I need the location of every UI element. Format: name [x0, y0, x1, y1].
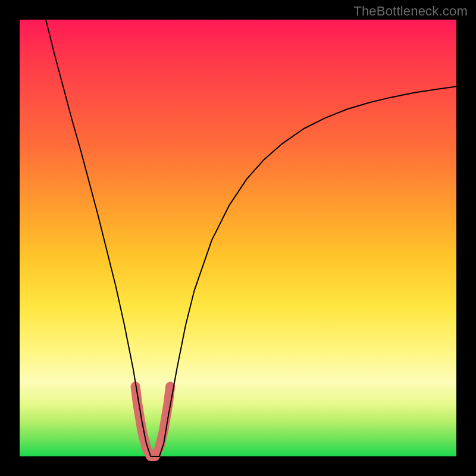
watermark-text: TheBottleneck.com	[353, 4, 468, 19]
curve-svg	[20, 20, 456, 456]
chart-frame: TheBottleneck.com	[0, 0, 476, 476]
valley-highlight-path	[136, 387, 171, 456]
plot-area	[20, 20, 456, 456]
main-curve-path	[46, 20, 456, 456]
